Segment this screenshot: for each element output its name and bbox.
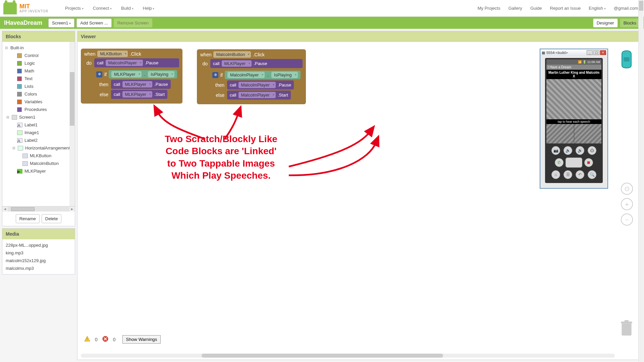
collapse-icon[interactable]: ⊟ xyxy=(12,146,16,150)
media-item[interactable]: 228px-ML...opped.jpg xyxy=(6,241,71,249)
tree-category-control[interactable]: Control xyxy=(4,52,73,59)
call-block[interactable]: call MalcolmPlayer .Start xyxy=(227,90,291,100)
collapse-icon[interactable]: ⊟ xyxy=(4,46,8,50)
power-icon[interactable]: ⏻ xyxy=(588,146,596,155)
call-block[interactable]: call MLKPlayer .Pause xyxy=(210,59,303,68)
when-block[interactable]: when MalcolmButton .Click do call MLKPla… xyxy=(197,49,306,104)
media-item[interactable]: malcolm152x129.jpg xyxy=(6,257,71,264)
tree-category-math[interactable]: Math xyxy=(4,67,73,75)
if-block[interactable]: ✲ if MLKPlayer . IsPlaying then xyxy=(94,69,179,100)
tree-screen[interactable]: ⊟ Screen1 xyxy=(4,113,73,121)
call-icon[interactable]: ✆ xyxy=(555,158,564,167)
app-mlk-image[interactable] xyxy=(546,124,574,143)
back-icon[interactable]: ↶ xyxy=(576,170,584,179)
tree-category-logic[interactable]: Logic xyxy=(4,59,73,67)
tree-category-lists[interactable]: Lists xyxy=(4,82,73,90)
tree-mlkplayer[interactable]: ▶MLKPlayer xyxy=(4,167,73,175)
tree-mlkbutton[interactable]: MLKButton xyxy=(4,152,73,160)
player-dropdown[interactable]: MLKPlayer xyxy=(122,91,153,98)
rename-button[interactable]: Rename xyxy=(16,214,40,223)
close-icon[interactable]: ✕ xyxy=(600,50,606,55)
menu-user[interactable]: @gmail.com xyxy=(614,6,641,11)
maximize-icon[interactable]: ▢ xyxy=(593,50,599,55)
tree-malcolmbutton[interactable]: MalcolmButton xyxy=(4,160,73,167)
blocks-tree[interactable]: ⊟ Built-in ControlLogicMathTextListsColo… xyxy=(2,42,75,206)
block-stack-malcolm[interactable]: when MalcolmButton .Click do call MLKPla… xyxy=(197,49,306,104)
emulator-titlebar[interactable]: ▦ 5554:<build> _ ▢ ✕ xyxy=(540,49,607,56)
dpad[interactable] xyxy=(566,158,582,168)
player-dropdown[interactable]: MLKPlayer xyxy=(111,71,142,77)
menu-projects[interactable]: Projects xyxy=(65,6,84,11)
tree-builtin[interactable]: ⊟ Built-in xyxy=(4,44,73,52)
gear-icon[interactable]: ✲ xyxy=(96,71,102,77)
app-malcolm-image[interactable] xyxy=(574,124,602,143)
scroll-left-icon[interactable]: ◄ xyxy=(2,207,8,211)
menu-gallery[interactable]: Gallery xyxy=(508,6,522,11)
viewer-hscrollbar[interactable] xyxy=(81,354,615,358)
window-vscrollbar[interactable] xyxy=(638,0,644,362)
menu-help[interactable]: Help xyxy=(143,6,155,11)
media-item[interactable]: malcolmx.mp3 xyxy=(6,264,71,272)
tree-comp-label1[interactable]: ALabel1 xyxy=(4,121,73,129)
show-warnings-button[interactable]: Show Warnings xyxy=(122,335,161,344)
player-dropdown[interactable]: MalcolmPlayer xyxy=(227,72,265,78)
property-dropdown[interactable]: IsPlaying xyxy=(148,71,174,77)
call-block[interactable]: call MalcolmPlayer .Pause xyxy=(94,58,179,67)
menu-build[interactable]: Build xyxy=(121,6,133,11)
call-block[interactable]: call MLKPlayer .Start xyxy=(111,90,167,99)
media-item[interactable]: king.mp3 xyxy=(6,249,71,257)
tree-comp-label2[interactable]: ALabel2 xyxy=(4,136,73,144)
recenter-icon[interactable]: ⊙ xyxy=(621,183,633,195)
scrollbar-thumb[interactable] xyxy=(639,1,643,11)
call-block[interactable]: call MalcolmPlayer .Pause xyxy=(227,80,294,89)
menu-report[interactable]: Report an Issue xyxy=(550,6,581,11)
delete-button[interactable]: Delete xyxy=(42,214,62,223)
player-dropdown[interactable]: MalcolmPlayer xyxy=(238,92,276,98)
property-dropdown[interactable]: IsPlaying xyxy=(271,72,298,78)
add-screen-button[interactable]: Add Screen ... xyxy=(76,18,111,27)
player-dropdown[interactable]: MLKPlayer xyxy=(222,60,252,67)
backpack-icon[interactable] xyxy=(618,49,636,69)
zoom-in-icon[interactable]: ＋ xyxy=(621,198,633,210)
volume-down-icon[interactable]: 🔉 xyxy=(564,146,572,155)
tree-category-text[interactable]: Text xyxy=(4,75,73,82)
menu-connect[interactable]: Connect xyxy=(93,6,112,11)
app-main-image[interactable] xyxy=(546,79,601,119)
screen-dropdown[interactable]: Screen1 xyxy=(48,18,74,27)
designer-button[interactable]: Designer xyxy=(593,18,618,27)
phone-screen[interactable]: 📶 🔋 11:09 AM I Have a Dream Martin Luthe… xyxy=(546,59,601,143)
menu-guide[interactable]: Guide xyxy=(530,6,542,11)
zoom-out-icon[interactable]: － xyxy=(621,214,633,226)
blocks-hscrollbar[interactable]: ◄ ► xyxy=(2,206,75,212)
volume-up-icon[interactable]: 🔊 xyxy=(576,146,584,155)
tree-arrangement[interactable]: ⊟ HorizontalArrangement xyxy=(4,144,73,152)
blocks-vscrollbar[interactable] xyxy=(69,42,75,206)
component-dropdown[interactable]: MalcolmButton xyxy=(213,51,251,58)
logo[interactable]: MIT APP INVENTOR xyxy=(3,2,48,14)
menu-language[interactable]: English xyxy=(589,6,605,11)
condition-block[interactable]: MalcolmPlayer . IsPlaying xyxy=(225,71,301,79)
scrollbar-thumb[interactable] xyxy=(202,354,443,358)
condition-block[interactable]: MLKPlayer . IsPlaying xyxy=(109,70,177,78)
player-dropdown[interactable]: MalcolmPlayer xyxy=(238,82,276,88)
player-dropdown[interactable]: MLKPlayer xyxy=(122,81,153,87)
gear-icon[interactable]: ✲ xyxy=(212,72,218,78)
tree-category-procedures[interactable]: Procedures xyxy=(4,106,73,113)
emulator-window[interactable]: ▦ 5554:<build> _ ▢ ✕ 📶 🔋 11:09 AM xyxy=(540,49,608,189)
hangup-icon[interactable]: ⏹ xyxy=(584,158,593,167)
home-icon[interactable]: ⌂ xyxy=(551,170,560,179)
blocks-button[interactable]: Blocks xyxy=(620,18,640,27)
scroll-right-icon[interactable]: ► xyxy=(69,207,75,211)
menu-icon[interactable]: ☰ xyxy=(564,170,572,179)
call-block[interactable]: call MLKPlayer .Pause xyxy=(111,80,171,89)
tree-category-colors[interactable]: Colors xyxy=(4,90,73,98)
tree-comp-image1[interactable]: Image1 xyxy=(4,129,73,136)
minimize-icon[interactable]: _ xyxy=(587,50,593,55)
tree-category-variables[interactable]: Variables xyxy=(4,98,73,106)
trash-icon[interactable] xyxy=(620,320,634,336)
when-block[interactable]: when MLKButton .Click do call MalcolmPla… xyxy=(81,49,182,104)
camera-icon[interactable]: 📷 xyxy=(551,146,560,155)
remove-screen-button[interactable]: Remove Screen xyxy=(114,18,152,27)
player-dropdown[interactable]: MalcolmPlayer xyxy=(106,60,143,66)
collapse-icon[interactable]: ⊟ xyxy=(6,115,10,119)
